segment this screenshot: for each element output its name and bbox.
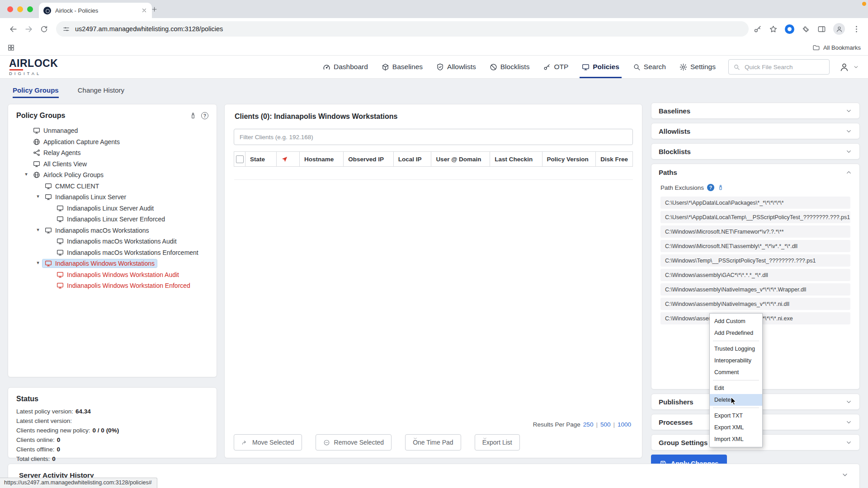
tree-expand-icon[interactable]: ▾ bbox=[23, 171, 29, 177]
tree-item-relay-agents[interactable]: Relay Agents bbox=[8, 147, 213, 159]
tree-item-indianapolis-macos-workstations[interactable]: ▾Indianapolis macOs Workstations bbox=[8, 225, 213, 236]
menu-item-import-xml[interactable]: Import XML bbox=[710, 433, 762, 445]
airlock-logo[interactable]: AIRLOCK DIGITAL bbox=[9, 58, 58, 76]
section-baselines[interactable]: Baselines bbox=[651, 103, 860, 119]
side-panel-icon[interactable] bbox=[817, 25, 826, 33]
status-line: Latest client version: bbox=[8, 416, 217, 426]
nav-allowlists[interactable]: Allowlists bbox=[436, 56, 476, 78]
tree-item-indianapolis-windows-workstation-enforced[interactable]: Indianapolis Windows Workstation Enforce… bbox=[8, 280, 213, 291]
move-selected-button[interactable]: Move Selected bbox=[234, 434, 302, 450]
remove-selected-button[interactable]: Remove Selected bbox=[316, 434, 392, 450]
tree-item-application-capture-agents[interactable]: Application Capture Agents bbox=[8, 136, 213, 148]
extensions-puzzle-icon[interactable] bbox=[802, 25, 810, 33]
section-paths-header[interactable]: Paths bbox=[651, 164, 859, 180]
nav-blocklists[interactable]: Blocklists bbox=[490, 56, 530, 78]
apps-grid-icon[interactable] bbox=[7, 44, 15, 52]
section-blocklists[interactable]: Blocklists bbox=[651, 143, 860, 160]
export-list-button[interactable]: Export List bbox=[475, 434, 520, 450]
results-per-page-label: Results Per Page bbox=[533, 421, 580, 428]
back-icon bbox=[9, 25, 18, 33]
section-label: Baselines bbox=[659, 107, 690, 115]
path-exclusion-row[interactable]: C:\Windows\Microsoft.NET\assembly\*_*\*\… bbox=[660, 240, 850, 252]
menu-item-export-txt[interactable]: Export TXT bbox=[710, 410, 762, 422]
quick-file-search-input[interactable] bbox=[744, 63, 825, 71]
help-icon[interactable]: ? bbox=[201, 112, 208, 119]
nav-dashboard[interactable]: Dashboard bbox=[323, 56, 368, 78]
column-disk-free: Disk Free bbox=[596, 152, 633, 167]
menu-item-trusted-logging[interactable]: Trusted Logging bbox=[710, 343, 762, 355]
monitor-icon bbox=[57, 238, 64, 245]
tree-item-indianapolis-macos-workstations-enforcement[interactable]: Indianapolis macOs Workstations Enforcem… bbox=[8, 247, 213, 258]
menu-separator bbox=[713, 380, 759, 380]
tree-item-unmanaged[interactable]: Unmanaged bbox=[8, 125, 213, 136]
all-bookmarks[interactable]: All Bookmarks bbox=[812, 44, 861, 52]
browser-profile-avatar[interactable] bbox=[833, 23, 845, 35]
globe-icon bbox=[33, 138, 40, 145]
user-menu[interactable] bbox=[840, 62, 859, 72]
menu-item-edit[interactable]: Edit bbox=[710, 382, 762, 394]
one-time-pad-button[interactable]: One Time Pad bbox=[405, 434, 461, 450]
tree-item-indianapolis-linux-server[interactable]: ▾Indianapolis Linux Server bbox=[8, 192, 213, 203]
page-size-250[interactable]: 250 bbox=[583, 421, 594, 428]
tree-item-indianapolis-linux-server-enforced[interactable]: Indianapolis Linux Server Enforced bbox=[8, 214, 213, 225]
tree-item-indianapolis-linux-server-audit[interactable]: Indianapolis Linux Server Audit bbox=[8, 203, 213, 214]
help-icon[interactable]: ? bbox=[707, 184, 714, 191]
usb-icon[interactable] bbox=[189, 112, 197, 119]
filter-clients-input[interactable] bbox=[234, 129, 633, 145]
window-zoom-button[interactable] bbox=[27, 6, 33, 12]
path-exclusion-row[interactable]: C:\Windows\assembly\NativeImages_v*\*\*\… bbox=[660, 283, 850, 296]
tree-item-indianapolis-macos-workstations-audit[interactable]: Indianapolis macOs Workstations Audit bbox=[8, 236, 213, 247]
section-allowlists[interactable]: Allowlists bbox=[651, 123, 860, 139]
tree-expand-icon[interactable]: ▾ bbox=[35, 193, 41, 199]
path-exclusion-row[interactable]: C:\Users\*\AppData\Local\Packages\*_*\*\… bbox=[660, 197, 850, 209]
window-minimize-button[interactable] bbox=[17, 6, 23, 12]
back-button[interactable] bbox=[5, 21, 21, 37]
browser-tab[interactable]: Airlock - Policies bbox=[39, 3, 152, 18]
tree-item-cmmc-client[interactable]: CMMC CLIENT bbox=[8, 181, 213, 192]
page-size-1000[interactable]: 1000 bbox=[618, 421, 631, 428]
nav-settings[interactable]: Settings bbox=[679, 56, 716, 78]
status-line: Latest policy version:64.34 bbox=[8, 407, 217, 416]
new-tab-button[interactable] bbox=[151, 6, 158, 13]
address-bar[interactable]: us2497.am.managedwhitelisting.com:3128/p… bbox=[56, 21, 749, 37]
window-close-button[interactable] bbox=[7, 6, 13, 12]
folder-icon bbox=[812, 44, 820, 52]
tab-close-icon[interactable] bbox=[141, 7, 147, 14]
tree-item-label: Indianapolis Windows Workstation Enforce… bbox=[67, 282, 190, 289]
tree-item-airlock-policy-groups[interactable]: ▾Airlock Policy Groups bbox=[8, 169, 213, 181]
section-label: Allowlists bbox=[659, 127, 690, 135]
nav-search[interactable]: Search bbox=[633, 56, 666, 78]
menu-item-add-predefined[interactable]: Add Predefined bbox=[710, 327, 762, 339]
quick-file-search[interactable] bbox=[728, 59, 830, 75]
bookmark-star-icon[interactable] bbox=[769, 25, 778, 33]
path-exclusion-row[interactable]: C:\Users\*\AppData\Local\Temp\__PSScript… bbox=[660, 211, 850, 223]
extension-badge-icon[interactable] bbox=[785, 24, 794, 34]
nav-baselines[interactable]: Baselines bbox=[382, 56, 423, 78]
tree-expand-icon[interactable]: ▾ bbox=[35, 260, 41, 266]
menu-item-export-xml[interactable]: Export XML bbox=[710, 422, 762, 433]
path-exclusion-row[interactable]: C:\Windows\assembly\NativeImages_v*\*\*\… bbox=[660, 298, 850, 310]
select-all-checkbox[interactable] bbox=[236, 155, 244, 163]
tree-expand-icon[interactable]: ▾ bbox=[35, 227, 41, 233]
browser-menu-icon[interactable] bbox=[852, 25, 861, 33]
tree-item-label: Indianapolis Linux Server Enforced bbox=[67, 216, 165, 223]
page-size-500[interactable]: 500 bbox=[600, 421, 611, 428]
nav-policies[interactable]: Policies bbox=[582, 56, 619, 78]
nav-otp[interactable]: OTP bbox=[543, 56, 568, 78]
menu-item-add-custom[interactable]: Add Custom bbox=[710, 315, 762, 327]
site-info-icon[interactable] bbox=[62, 25, 70, 33]
menu-item-interoperability[interactable]: Interoperability bbox=[710, 355, 762, 366]
password-key-icon[interactable] bbox=[753, 25, 762, 33]
tab-change-history[interactable]: Change History bbox=[78, 79, 124, 101]
path-exclusion-row[interactable]: C:\Windows\assembly\GAC*\*\*.*.*_*\*.dll bbox=[660, 269, 850, 281]
path-exclusion-row[interactable]: C:\Windows\Temp\__PSScriptPolicyTest_???… bbox=[660, 254, 850, 267]
menu-item-comment[interactable]: Comment bbox=[710, 366, 762, 378]
tree-item-all-clients-view[interactable]: All Clients View bbox=[8, 159, 213, 170]
tab-policy-groups[interactable]: Policy Groups bbox=[13, 79, 59, 101]
reload-button[interactable] bbox=[36, 21, 52, 37]
path-exclusion-row[interactable]: C:\Windows\Microsoft.NET\Framewor*\v?.?.… bbox=[660, 225, 850, 238]
tree-item-indianapolis-windows-workstations[interactable]: ▾Indianapolis Windows Workstations bbox=[8, 258, 213, 269]
tree-item-indianapolis-windows-workstation-audit[interactable]: Indianapolis Windows Workstation Audit bbox=[8, 269, 213, 281]
forward-button[interactable] bbox=[21, 21, 36, 37]
logo-secondary: DIGITAL bbox=[9, 71, 58, 76]
